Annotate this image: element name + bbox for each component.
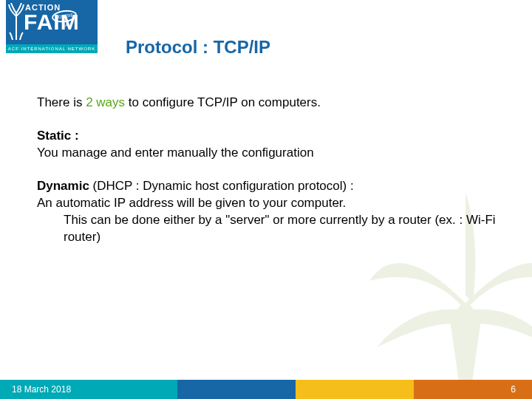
logo-plant-icon xyxy=(8,3,24,40)
intro-post: to configure TCP/IP on computers. xyxy=(125,95,321,109)
dynamic-body-line2: This can be done either by a "server" or… xyxy=(37,212,502,246)
dynamic-body-line1: An automatic IP address will be given to… xyxy=(37,196,346,210)
intro-highlight: 2 ways xyxy=(86,95,125,109)
static-block: Static : You manage and enter manually t… xyxy=(37,128,502,162)
footer-bar: 18 March 2018 6 xyxy=(0,380,532,399)
slide-body: There is 2 ways to configure TCP/IP on c… xyxy=(37,95,502,246)
slide-content: Protocol : TCP/IP There is 2 ways to con… xyxy=(37,37,502,262)
footer-seg-yellow xyxy=(296,380,414,399)
static-body: You manage and enter manually the config… xyxy=(37,146,314,160)
intro-pre: There is xyxy=(37,95,86,109)
footer-date: 18 March 2018 xyxy=(0,380,177,399)
footer-seg-blue xyxy=(177,380,296,399)
slide-title: Protocol : TCP/IP xyxy=(126,37,502,58)
intro-line: There is 2 ways to configure TCP/IP on c… xyxy=(37,95,502,112)
footer-page: 6 xyxy=(414,380,532,399)
dynamic-label: Dynamic xyxy=(37,179,89,193)
dynamic-block: Dynamic (DHCP : Dynamic host configurati… xyxy=(37,178,502,246)
dynamic-paren: (DHCP : Dynamic host configuration proto… xyxy=(89,179,354,193)
static-label: Static : xyxy=(37,129,79,143)
